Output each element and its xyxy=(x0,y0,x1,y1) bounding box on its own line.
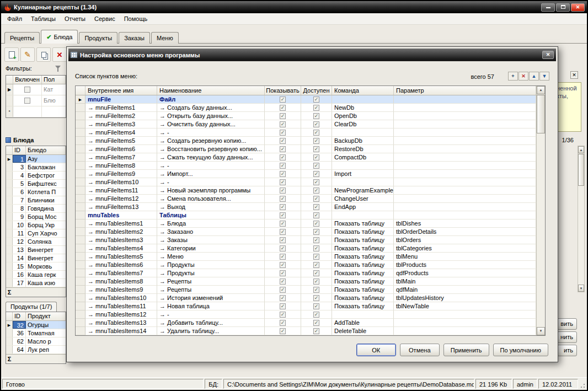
row-selector[interactable] xyxy=(6,254,13,262)
enabled-checkbox[interactable]: ✓ xyxy=(313,179,319,185)
tab-products[interactable]: Продукты xyxy=(79,32,117,44)
menu-reports[interactable]: Отчеты xyxy=(60,14,90,24)
filter-row[interactable]: ▶Кат xyxy=(6,84,66,95)
filter-row[interactable]: * xyxy=(6,106,66,117)
close-button[interactable]: ✕ xyxy=(571,3,585,12)
row-selector[interactable] xyxy=(6,221,13,229)
menu-config-row[interactable]: → mnuTablesItems12→ -✓✓ xyxy=(76,310,536,319)
show-checkbox[interactable]: ✓ xyxy=(280,312,286,318)
grid-col-header[interactable]: Параметр xyxy=(394,86,536,95)
row-selector[interactable] xyxy=(6,271,13,278)
filter-funnel-icon[interactable] xyxy=(55,66,61,69)
menu-tables[interactable]: Таблицы xyxy=(26,14,60,24)
show-checkbox[interactable]: ✓ xyxy=(280,212,286,218)
enabled-checkbox[interactable]: ✓ xyxy=(313,229,319,235)
delete-button-clipped[interactable]: ить xyxy=(557,345,577,356)
menu-config-row[interactable]: → mnuFileItems11→ Новый экземпляр програ… xyxy=(76,186,536,195)
row-selector[interactable] xyxy=(6,172,13,179)
row-selector[interactable] xyxy=(6,229,13,237)
row-selector[interactable] xyxy=(6,263,13,270)
hint-close-icon[interactable]: ✕ xyxy=(570,71,578,79)
enabled-checkbox[interactable]: ✓ xyxy=(313,121,319,127)
enabled-checkbox[interactable]: ✓ xyxy=(313,312,319,318)
dish-row[interactable]: 15Морковь xyxy=(6,263,66,271)
filter-row[interactable]: Блю xyxy=(6,95,66,106)
row-selector[interactable] xyxy=(76,104,85,112)
show-checkbox[interactable]: ✓ xyxy=(280,171,286,177)
show-checkbox[interactable]: ✓ xyxy=(280,179,286,185)
show-checkbox[interactable]: ✓ xyxy=(280,262,286,268)
row-selector[interactable] xyxy=(6,188,13,196)
enabled-checkbox[interactable]: ✓ xyxy=(313,146,319,152)
row-selector[interactable] xyxy=(76,244,85,253)
new-record-button[interactable] xyxy=(4,47,19,62)
show-checkbox[interactable]: ✓ xyxy=(280,138,286,144)
apply-button[interactable]: Применить xyxy=(443,344,489,356)
menu-config-row[interactable]: → mnuFileItems6→ Восстановить резервную … xyxy=(76,145,536,153)
menu-config-row[interactable]: → mnuFileItems2→ Открыть базу данных...✓… xyxy=(76,112,536,120)
dish-row[interactable]: 5Бифштекс xyxy=(6,180,66,188)
main-vertical-scrollbar[interactable]: ▲ ▼ xyxy=(578,146,585,292)
show-checkbox[interactable]: ✓ xyxy=(280,146,286,152)
row-selector[interactable] xyxy=(76,162,85,170)
show-checkbox[interactable]: ✓ xyxy=(280,237,286,243)
resize-grip[interactable] xyxy=(579,379,586,389)
row-selector[interactable] xyxy=(76,228,85,236)
row-selector[interactable]: ▶ xyxy=(6,155,13,163)
menu-config-row[interactable]: → mnuFileItems4→ -✓✓ xyxy=(76,128,536,137)
enabled-checkbox[interactable]: ✓ xyxy=(313,254,319,260)
menu-config-row[interactable]: mnuTablesТаблицы✓✓ xyxy=(76,211,536,219)
show-checkbox[interactable]: ✓ xyxy=(280,196,286,202)
menu-config-row[interactable]: → mnuTablesItems13→ Добавить таблицу...✓… xyxy=(76,319,536,327)
menu-config-row[interactable]: → mnuFileItems7→ Сжать текущую базу данн… xyxy=(76,153,536,162)
show-checkbox[interactable]: ✓ xyxy=(280,328,286,334)
menu-config-row[interactable]: → mnuTablesItems11→ Новая таблица✓✓Показ… xyxy=(76,302,536,310)
row-selector[interactable] xyxy=(6,180,13,188)
tab-menu[interactable]: Меню xyxy=(151,32,179,44)
row-selector[interactable] xyxy=(6,279,13,287)
menu-config-row[interactable]: → mnuFileItems10→ -✓✓ xyxy=(76,178,536,186)
filter-enabled-checkbox[interactable] xyxy=(24,87,30,93)
menu-config-row[interactable]: → mnuTablesItems10→ История изменений✓✓П… xyxy=(76,294,536,302)
row-selector[interactable] xyxy=(6,346,13,353)
show-checkbox[interactable]: ✓ xyxy=(280,229,286,235)
show-checkbox[interactable]: ✓ xyxy=(280,204,286,210)
enabled-checkbox[interactable]: ✓ xyxy=(313,320,319,326)
menu-config-row[interactable]: → mnuTablesItems8→ Рецепты✓✓Показать таб… xyxy=(76,277,536,286)
dish-row[interactable]: 14Винегрет xyxy=(6,254,66,263)
show-checkbox[interactable]: ✓ xyxy=(280,295,286,301)
show-checkbox[interactable]: ✓ xyxy=(280,254,286,260)
show-checkbox[interactable]: ✓ xyxy=(280,320,286,326)
show-checkbox[interactable]: ✓ xyxy=(280,188,286,194)
dish-row[interactable]: 8Говядина xyxy=(6,205,66,213)
row-selector[interactable] xyxy=(76,277,85,286)
enabled-checkbox[interactable]: ✓ xyxy=(313,113,319,119)
edit-record-button[interactable]: ✎ xyxy=(20,47,35,62)
row-selector[interactable] xyxy=(6,238,13,245)
enabled-checkbox[interactable]: ✓ xyxy=(313,245,319,251)
row-selector[interactable] xyxy=(76,120,85,128)
filter-enabled-checkbox[interactable] xyxy=(24,98,30,104)
delete-row-button[interactable]: ✕ xyxy=(518,72,528,81)
dish-row[interactable]: 10Борщ Укр xyxy=(6,221,66,229)
show-checkbox[interactable]: ✓ xyxy=(280,270,286,276)
enabled-checkbox[interactable]: ✓ xyxy=(313,328,319,334)
tab-dishes[interactable]: ✔Блюда xyxy=(41,30,78,44)
menu-service[interactable]: Сервис xyxy=(90,14,120,24)
row-selector[interactable] xyxy=(76,219,85,228)
show-checkbox[interactable]: ✓ xyxy=(280,163,286,169)
defaults-button[interactable]: По умолчанию xyxy=(493,344,548,356)
dish-row[interactable]: 3Баклажан xyxy=(6,163,66,172)
enabled-checkbox[interactable]: ✓ xyxy=(313,303,319,309)
row-selector[interactable] xyxy=(76,137,85,145)
tab-products-subpanel[interactable]: Продукты (1/7) xyxy=(6,302,57,312)
menu-config-row[interactable]: → mnuTablesItems6→ Продукты✓✓Показать та… xyxy=(76,261,536,269)
menu-config-row[interactable]: → mnuTablesItems4→ Категории✓✓Показать т… xyxy=(76,244,536,253)
menu-config-row[interactable]: → mnuTablesItems9→ Рецепты✓✓Показать таб… xyxy=(76,286,536,294)
row-selector[interactable] xyxy=(76,153,85,162)
enabled-checkbox[interactable]: ✓ xyxy=(313,270,319,276)
menu-config-row[interactable]: → mnuFileItems3→ Очистить базу данных...… xyxy=(76,120,536,128)
row-selector[interactable] xyxy=(76,112,85,120)
menu-config-row[interactable]: → mnuTablesItems14→ Удалить таблицу...✓✓… xyxy=(76,327,536,335)
row-selector[interactable] xyxy=(76,128,85,137)
